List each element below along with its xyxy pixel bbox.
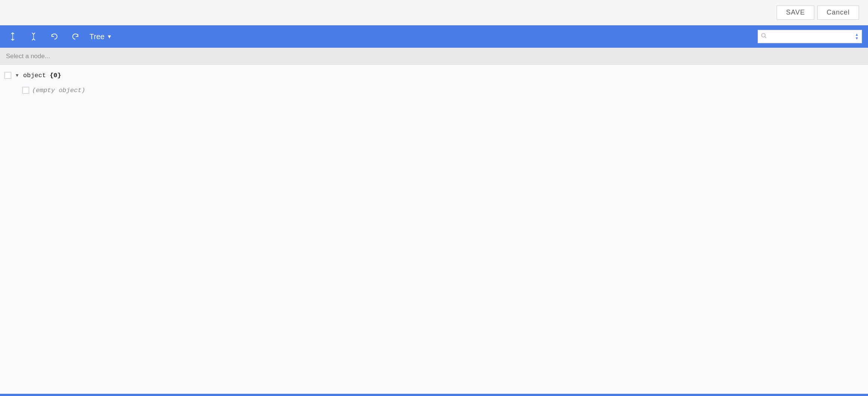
tree-row-root[interactable]: ▼ object {0} — [0, 68, 868, 83]
svg-point-2 — [762, 34, 765, 37]
root-node-label: object {0} — [23, 72, 61, 79]
search-box: ▲ ▼ — [758, 30, 862, 43]
empty-object-label: (empty object) — [32, 87, 85, 94]
redo-button[interactable] — [69, 30, 82, 43]
svg-line-3 — [765, 37, 767, 38]
top-bar: SAVE Cancel — [0, 0, 868, 25]
child-checkbox[interactable] — [22, 87, 29, 94]
root-key: object — [23, 72, 46, 79]
search-nav-controls: ▲ ▼ — [855, 33, 859, 40]
tree-label-text: Tree — [89, 32, 104, 41]
tree-row-empty-object[interactable]: (empty object) — [0, 83, 868, 98]
tree-dropdown-arrow: ▼ — [107, 34, 112, 40]
expand-all-icon[interactable] — [6, 30, 19, 43]
undo-button[interactable] — [48, 30, 61, 43]
bottom-accent — [0, 394, 868, 396]
root-expand-arrow[interactable]: ▼ — [14, 72, 20, 78]
root-checkbox[interactable] — [4, 72, 11, 79]
tree-view-selector[interactable]: Tree ▼ — [89, 32, 112, 41]
root-brace: {0} — [50, 72, 61, 79]
search-icon — [761, 33, 767, 40]
node-select-placeholder: Select a node... — [6, 53, 50, 60]
save-button[interactable]: SAVE — [777, 6, 814, 20]
node-select-bar: Select a node... — [0, 48, 868, 65]
search-input[interactable] — [769, 34, 853, 40]
tree-content: ▼ object {0} (empty object) — [0, 65, 868, 394]
cancel-button[interactable]: Cancel — [817, 6, 859, 20]
search-next-button[interactable]: ▼ — [855, 37, 859, 40]
collapse-all-icon[interactable] — [27, 30, 40, 43]
toolbar: Tree ▼ ▲ ▼ — [0, 25, 868, 48]
